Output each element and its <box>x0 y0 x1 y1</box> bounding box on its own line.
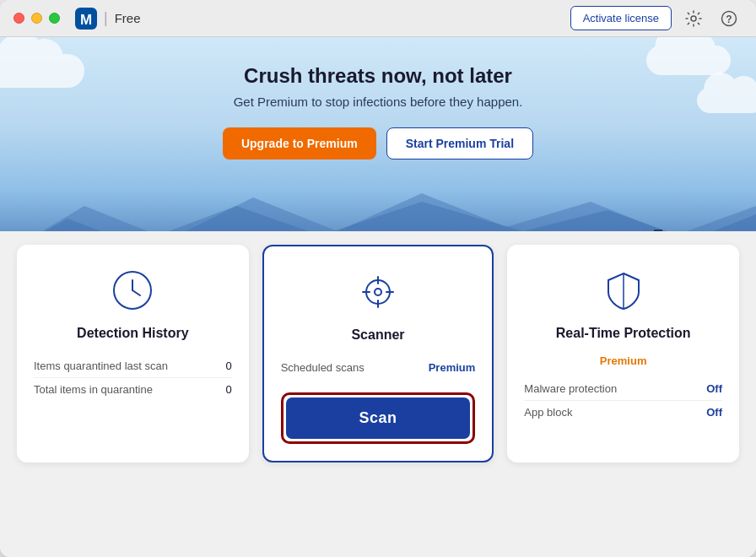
protection-card: Real-Time Protection Premium Malware pro… <box>507 245 739 462</box>
protection-malware-value: Off <box>706 382 722 395</box>
hero-buttons: Upgrade to Premium Start Premium Trial <box>17 127 739 160</box>
scanner-card: Scanner Scheduled scans Premium Scan <box>262 245 494 462</box>
clock-icon <box>111 268 154 312</box>
hero-title: Crush threats now, not later <box>17 64 739 88</box>
detection-history-title: Detection History <box>77 326 188 341</box>
brand-area: M | Free <box>75 8 141 30</box>
main-window: M | Free Activate license ? <box>0 0 756 557</box>
titlebar: M | Free Activate license ? <box>0 0 756 37</box>
detection-row-1: Items quarantined last scan 0 <box>34 354 232 377</box>
detection-row-2-label: Total items in quarantine <box>34 383 153 396</box>
detection-row-1-label: Items quarantined last scan <box>34 360 168 372</box>
protection-malware-row: Malware protection Off <box>524 377 722 400</box>
main-content: Crush threats now, not later Get Premium… <box>0 37 756 557</box>
svg-text:M: M <box>80 12 92 28</box>
svg-line-21 <box>132 290 140 295</box>
settings-button[interactable] <box>680 5 707 32</box>
start-trial-button[interactable]: Start Premium Trial <box>386 127 533 160</box>
scanner-title: Scanner <box>351 327 404 343</box>
detection-icon-area <box>107 265 158 316</box>
minimize-button[interactable] <box>31 13 42 24</box>
activate-license-button[interactable]: Activate license <box>570 6 672 30</box>
protection-icon-area <box>598 265 649 316</box>
scanner-scheduled-row: Scheduled scans Premium <box>281 356 476 379</box>
scanner-icon-area <box>353 267 403 317</box>
cards-container: Detection History Items quarantined last… <box>17 231 739 462</box>
brand-separator: | <box>104 9 108 27</box>
protection-rows: Malware protection Off App block Off <box>524 377 722 424</box>
hero-banner: Crush threats now, not later Get Premium… <box>0 37 756 257</box>
svg-text:?: ? <box>726 14 732 25</box>
help-button[interactable]: ? <box>716 5 742 32</box>
scanner-rows: Scheduled scans Premium <box>281 356 476 379</box>
cards-section: Detection History Items quarantined last… <box>0 231 756 557</box>
hero-subtitle: Get Premium to stop infections before th… <box>17 95 739 109</box>
brand-edition: Free <box>115 11 141 25</box>
scan-button-border: Scan <box>281 392 476 444</box>
close-button[interactable] <box>14 13 24 24</box>
detection-row-2: Total items in quarantine 0 <box>34 377 232 401</box>
detection-rows: Items quarantined last scan 0 Total item… <box>34 354 232 401</box>
protection-subtitle: Premium <box>600 354 647 367</box>
detection-row-1-value: 0 <box>225 360 231 372</box>
titlebar-actions: Activate license ? <box>570 5 742 32</box>
question-icon: ? <box>721 10 737 27</box>
protection-appblock-value: Off <box>706 406 722 419</box>
scan-button[interactable]: Scan <box>286 397 471 439</box>
svg-point-23 <box>375 289 381 295</box>
protection-appblock-row: App block Off <box>524 400 722 424</box>
shield-icon <box>602 268 645 312</box>
crosshair-icon <box>356 270 400 314</box>
protection-appblock-label: App block <box>524 406 572 419</box>
traffic-lights <box>14 13 60 24</box>
svg-point-2 <box>691 16 696 21</box>
brand-logo-icon: M <box>75 8 97 30</box>
maximize-button[interactable] <box>49 13 60 24</box>
gear-icon <box>685 10 702 27</box>
scan-button-wrapper: Scan <box>281 379 476 444</box>
protection-malware-label: Malware protection <box>524 382 617 395</box>
upgrade-to-premium-button[interactable]: Upgrade to Premium <box>223 127 376 160</box>
scanner-scheduled-value: Premium <box>429 361 476 374</box>
scanner-scheduled-label: Scheduled scans <box>281 361 364 374</box>
detection-history-card: Detection History Items quarantined last… <box>17 245 249 462</box>
protection-title: Real-Time Protection <box>556 326 691 341</box>
detection-row-2-value: 0 <box>225 383 231 396</box>
